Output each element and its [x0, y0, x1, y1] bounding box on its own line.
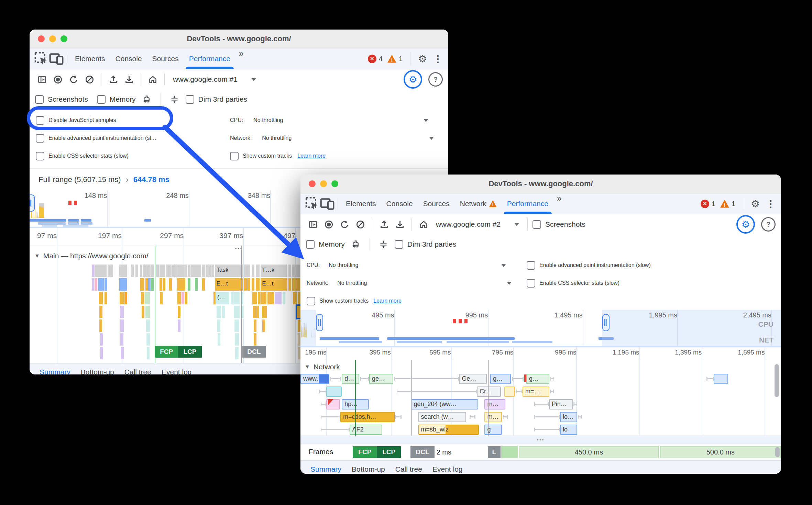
flame-block[interactable]: [288, 278, 292, 291]
timeline-overview[interactable]: 495 ms995 ms1,495 ms1,995 ms2,495 msCPUN…: [300, 310, 781, 347]
flame-block[interactable]: [297, 306, 300, 318]
more-tabs-icon[interactable]: »: [235, 48, 247, 69]
tab-bottom-up[interactable]: Bottom-up: [76, 363, 119, 374]
warning-badge[interactable]: !1: [387, 55, 403, 63]
dim-3rd-parties-checkbox[interactable]: Dim 3rd parties: [395, 240, 456, 249]
flame-block[interactable]: [178, 306, 180, 318]
memory-checkbox[interactable]: Memory: [97, 95, 136, 104]
flame-block[interactable]: [177, 265, 185, 277]
flame-block[interactable]: [99, 306, 102, 318]
warning-badge[interactable]: !1: [720, 200, 735, 208]
request-block[interactable]: d…: [342, 374, 359, 384]
flame-block[interactable]: [244, 265, 247, 277]
flame-block[interactable]: [188, 278, 190, 291]
selected-range-crumb[interactable]: 644.78 ms: [133, 175, 169, 184]
flame-block[interactable]: [177, 278, 185, 291]
more-tabs-icon[interactable]: »: [553, 193, 565, 214]
flame-block[interactable]: [121, 347, 124, 359]
cpu-throttling-select[interactable]: CPU: No throttling: [230, 116, 442, 124]
tab-elements[interactable]: Elements: [70, 48, 110, 69]
flame-block[interactable]: [208, 265, 211, 277]
panel-sidebar-icon[interactable]: [306, 217, 320, 231]
request-block[interactable]: m=cdos,h…: [340, 412, 395, 422]
titlebar[interactable]: DevTools - www.google.com/: [30, 30, 448, 48]
flame-block[interactable]: [262, 319, 265, 332]
history-dropdown[interactable]: www.google.com #1: [169, 75, 260, 83]
flame-block[interactable]: [131, 265, 134, 277]
flame-block[interactable]: [298, 333, 300, 346]
settings-gear-icon[interactable]: ⚙: [751, 199, 760, 209]
flame-block[interactable]: [202, 278, 205, 291]
request-block[interactable]: Pin…: [549, 399, 573, 409]
tab-console[interactable]: Console: [381, 193, 418, 214]
request-block[interactable]: g…: [490, 374, 511, 384]
tab-network[interactable]: Network!: [455, 193, 502, 214]
request-block[interactable]: lo: [560, 425, 577, 435]
request-block[interactable]: www…: [300, 374, 329, 384]
flame-block[interactable]: [254, 333, 256, 346]
screenshots-checkbox[interactable]: Screenshots: [533, 220, 585, 229]
flame-block[interactable]: [252, 278, 254, 291]
flame-block[interactable]: [295, 278, 300, 291]
shortcuts-dialog-icon[interactable]: [377, 237, 391, 251]
flame-block[interactable]: [234, 319, 240, 332]
frame-bar[interactable]: 450.0 ms: [519, 446, 659, 458]
network-throttling-select[interactable]: Network: No throttling: [307, 279, 527, 287]
learn-more-link[interactable]: Learn more: [297, 153, 326, 159]
flame-block[interactable]: [92, 265, 95, 277]
collect-garbage-icon[interactable]: [349, 237, 363, 251]
inspect-icon[interactable]: [305, 197, 320, 211]
vertical-scrollbar[interactable]: [775, 447, 780, 457]
flame-block[interactable]: [292, 278, 295, 291]
network-throttling-select[interactable]: Network: No throttling: [230, 134, 442, 142]
flame-block[interactable]: [264, 306, 267, 318]
flame-block[interactable]: [233, 292, 240, 304]
network-track-header[interactable]: ▼ Network: [305, 363, 340, 371]
flame-block[interactable]: [254, 319, 256, 332]
flame-block[interactable]: T…k: [261, 265, 287, 277]
flame-block[interactable]: E…t: [261, 278, 287, 291]
request-block[interactable]: Ge…: [459, 374, 487, 384]
shortcuts-dialog-icon[interactable]: [168, 92, 182, 106]
frame-bar[interactable]: [501, 446, 518, 458]
help-icon[interactable]: ?: [761, 217, 776, 232]
flame-block[interactable]: [99, 319, 102, 332]
vertical-scrollbar[interactable]: [775, 364, 779, 397]
flame-block[interactable]: [160, 292, 163, 304]
flame-block[interactable]: [110, 265, 113, 277]
flame-block[interactable]: [135, 265, 138, 277]
flame-block[interactable]: [142, 306, 144, 318]
tab-summary[interactable]: Summary: [305, 461, 347, 474]
flame-block[interactable]: [95, 278, 97, 291]
flame-block[interactable]: [218, 333, 220, 346]
tab-summary[interactable]: Summary: [34, 363, 76, 374]
memory-checkbox[interactable]: Memory: [306, 240, 345, 249]
flame-block[interactable]: [140, 278, 144, 291]
flame-block[interactable]: [256, 278, 260, 291]
minimize-window-button[interactable]: [320, 180, 327, 187]
flame-block[interactable]: [247, 278, 250, 291]
flame-block[interactable]: [275, 292, 282, 304]
request-block[interactable]: [326, 386, 342, 397]
flame-block[interactable]: [145, 292, 150, 304]
inspect-icon[interactable]: [34, 52, 49, 66]
request-block[interactable]: g…: [526, 374, 549, 384]
flame-block[interactable]: [217, 306, 221, 318]
error-badge[interactable]: ✕4: [368, 55, 383, 63]
tab-call-tree[interactable]: Call tree: [390, 461, 427, 474]
request-block[interactable]: AF2: [350, 425, 382, 435]
tab-sources[interactable]: Sources: [147, 48, 184, 69]
record-icon[interactable]: [322, 217, 336, 231]
flame-block[interactable]: [119, 265, 127, 277]
flame-block[interactable]: [120, 306, 124, 318]
flame-block[interactable]: [190, 265, 201, 277]
flame-block[interactable]: [99, 292, 103, 304]
drag-handle-dots[interactable]: •••: [300, 436, 781, 444]
request-block[interactable]: gen_204 (ww…: [411, 399, 479, 409]
tab-console[interactable]: Console: [110, 48, 147, 69]
tab-event-log[interactable]: Event log: [156, 363, 197, 374]
request-block[interactable]: lo…: [560, 412, 577, 422]
flame-block[interactable]: [105, 292, 107, 304]
help-icon[interactable]: ?: [428, 72, 443, 87]
flame-block[interactable]: [100, 347, 103, 359]
